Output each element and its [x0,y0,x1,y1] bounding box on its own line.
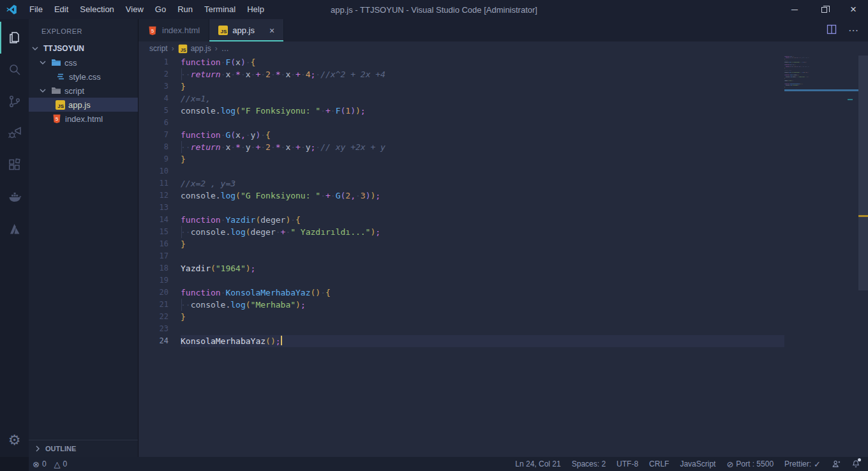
code-line[interactable]: 2··return·x·*·x·+·2·*·x·+·4;·//x^2 + 2x … [138,68,784,80]
breadcrumb-label: … [221,44,229,53]
sidebar-item-css[interactable]: css [29,56,138,70]
code-line[interactable]: 13 [138,202,784,214]
feedback-person-icon[interactable] [832,460,841,468]
settings-gear-icon[interactable]: ⚙ [0,424,29,457]
overview-cursor-marker [858,215,868,217]
code-line[interactable]: 16} [138,238,784,250]
statusbar-right: Ln 24, Col 21Spaces: 2UTF-8CRLFJavaScrip… [515,460,868,468]
close-tab-icon[interactable]: × [269,26,274,36]
warning-icon: △ [54,460,61,468]
menu-selection[interactable]: Selection [74,0,119,19]
source-control-icon[interactable] [0,86,29,117]
chevron-down-icon [38,57,48,68]
code-line[interactable]: 15··console.log(deger·+·" Yazdırıldı..."… [138,226,784,238]
menu-terminal[interactable]: Terminal [198,0,241,19]
line-number: 16 [138,238,181,250]
status-item[interactable]: UTF-8 [617,460,638,468]
minimap[interactable]: function·F(x)·{··return·x·*·x·+·2·*·x·+·… [784,56,858,183]
tab-index-html[interactable]: 5index.html [138,19,209,41]
run-debug-icon[interactable] [0,117,29,149]
code-line[interactable]: 18Yazdir("1964"); [138,262,784,274]
sidebar-item-root[interactable]: TTJSOYUN [29,41,138,56]
code-line[interactable]: 3} [138,80,784,93]
breadcrumb-label: app.js [191,44,211,53]
line-number: 8 [138,141,181,153]
code-line[interactable]: 23 [138,323,784,335]
status-label: Port : 5500 [736,460,774,468]
text-cursor [281,336,282,345]
minimap-current-line [784,89,858,91]
restore-button[interactable] [809,0,839,19]
code-line[interactable]: 19 [138,274,784,287]
code-line[interactable]: 6 [138,117,784,129]
status-warning-icon[interactable]: △0 [54,460,68,468]
status-item[interactable]: Ln 24, Col 21 [515,460,560,468]
chevron-right-icon [33,444,43,454]
line-number: 10 [138,165,181,177]
split-editor-icon[interactable] [827,24,837,37]
restore-icon [821,7,827,13]
menu-help[interactable]: Help [241,0,270,19]
minimize-button[interactable]: ─ [780,0,809,19]
extensions-icon[interactable] [0,149,29,181]
code-line[interactable]: 24KonsolaMerhabaYaz(); [138,335,784,347]
tab-app-js[interactable]: JSapp.js× [209,19,284,41]
code-line[interactable]: 4//x=1, [138,93,784,105]
vertical-scrollbar[interactable] [858,56,868,290]
window-title: app.js - TTJSOYUN - Visual Studio Code [… [331,5,537,15]
code-line[interactable]: 1function·F(x)·{ [138,56,784,68]
menu-run[interactable]: Run [172,0,198,19]
code-line[interactable]: 14function·Yazdir(deger)·{ [138,214,784,226]
code-line[interactable]: 20function·KonsolaMerhabaYaz()·{ [138,287,784,299]
status-item[interactable]: ⊘Port : 5500 [726,460,774,468]
more-actions-icon[interactable]: ⋯ [848,24,859,36]
file-label: style.css [69,72,101,82]
js-file-icon: JS [56,100,65,110]
sidebar-item-style-css[interactable]: style.css [29,70,138,84]
menu-view[interactable]: View [120,0,149,19]
editor-area[interactable]: 1function·F(x)·{2··return·x·*·x·+·2·*·x·… [138,56,868,457]
breadcrumb-item[interactable]: JSapp.js [178,44,211,54]
line-number: 1 [138,56,181,68]
status-item[interactable]: Prettier:✓ [784,460,821,468]
explorer-icon[interactable] [0,22,29,54]
svg-text:5: 5 [56,116,59,122]
search-icon[interactable] [0,54,29,86]
vscode-logo-icon [6,4,17,15]
sidebar-item-app-js[interactable]: JSapp.js [29,98,138,112]
close-button[interactable]: × [839,0,868,19]
menu-go[interactable]: Go [149,0,172,19]
azure-icon[interactable] [0,213,29,245]
sidebar-item-index-html[interactable]: 5index.html [29,112,138,126]
code-line[interactable]: 11//x=2 , y=3 [138,177,784,190]
code-line[interactable]: 21··console.log("Merhaba"); [138,299,784,311]
code-line[interactable]: 22} [138,311,784,323]
line-number: 13 [138,202,181,214]
breadcrumb-item[interactable]: … [221,44,229,53]
chevron-down-icon [30,43,40,54]
status-item[interactable]: Spaces: 2 [572,460,606,468]
line-number: 19 [138,274,181,287]
sidebar-item-script[interactable]: script [29,84,138,98]
css-file-icon [56,71,66,82]
code-line[interactable]: 10 [138,165,784,177]
menu-edit[interactable]: Edit [49,0,74,19]
html-file-icon: 5 [52,114,62,124]
status-error-icon[interactable]: ⊗0 [33,460,47,468]
code-line[interactable]: 7function·G(x,·y)·{ [138,129,784,141]
problems-indicator[interactable]: ⊗0△0 [33,460,67,468]
code-line[interactable]: 9} [138,153,784,165]
outline-section[interactable]: OUTLINE [29,440,138,457]
code-line[interactable]: 17 [138,250,784,262]
code-line[interactable]: 5console.log("F Fonksiyonu: "·+·F(1)); [138,105,784,117]
code-line[interactable]: 12console.log("G Fonksiyonu: "·+·G(2,·3)… [138,190,784,202]
menu-file[interactable]: File [24,0,49,19]
code-line[interactable]: 8··return·x·*·y·+·2·*·x·+·y;·// xy +2x +… [138,141,784,153]
status-item[interactable]: JavaScript [680,460,715,468]
notifications-bell-icon[interactable] [851,460,860,468]
breadcrumb-item[interactable]: script [149,44,168,53]
docker-icon[interactable] [0,181,29,213]
activity-bar: ⚙ [0,19,29,457]
notification-dot [858,458,861,461]
status-item[interactable]: CRLF [649,460,669,468]
